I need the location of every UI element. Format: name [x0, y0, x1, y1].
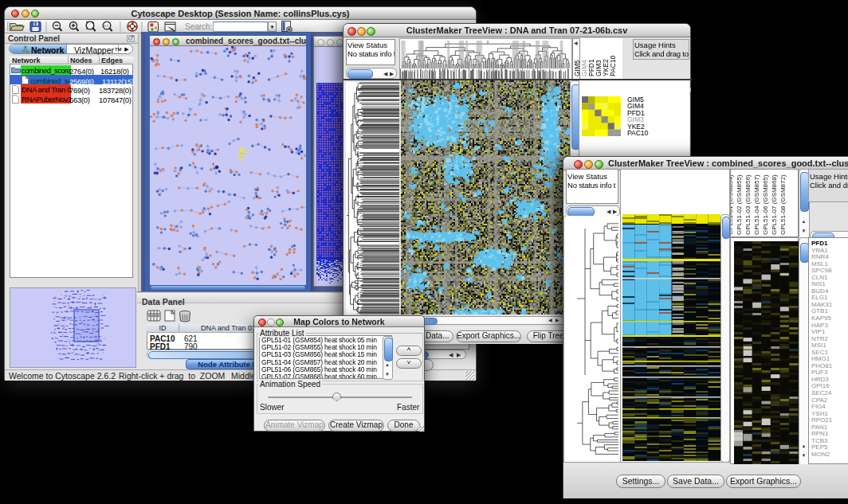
svg-text:1:1: 1:1	[104, 24, 108, 28]
